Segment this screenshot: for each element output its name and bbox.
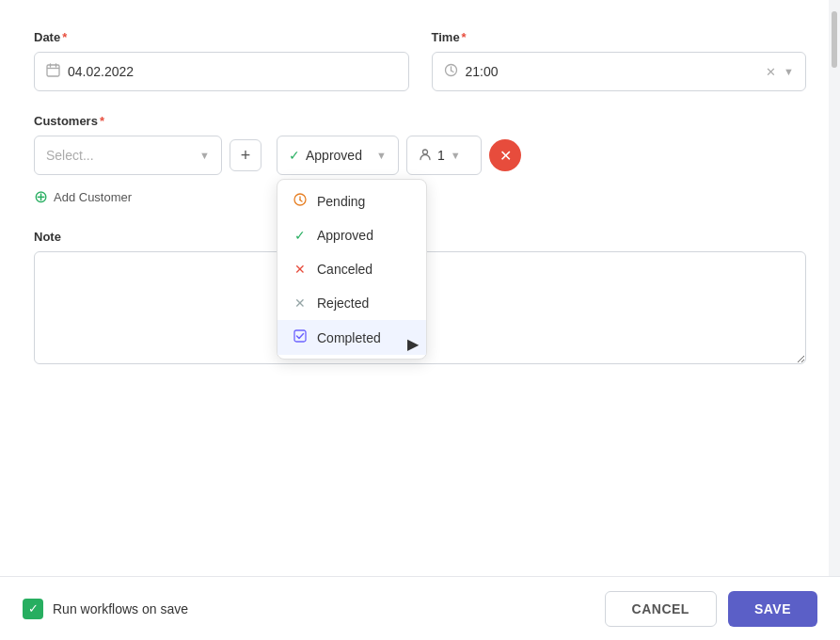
time-arrow-icon[interactable]: ▼ — [784, 66, 794, 77]
customers-required-asterisk: * — [100, 114, 104, 128]
canceled-label: Canceled — [317, 262, 372, 277]
add-customer-link-text: Add Customer — [54, 190, 132, 204]
date-time-row: Date* 04.02.2022 Time* 21:00 ✕ ▼ — [34, 30, 806, 91]
status-option-completed[interactable]: Completed ▶ — [277, 320, 426, 355]
time-label: Time* — [432, 30, 807, 44]
canceled-x-icon: ✕ — [293, 262, 308, 277]
delete-customer-button[interactable]: ✕ — [489, 139, 521, 171]
date-required-asterisk: * — [62, 30, 67, 44]
status-option-approved[interactable]: ✓ Approved — [277, 218, 426, 252]
calendar-icon — [46, 63, 60, 80]
footer-buttons: CANCEL SAVE — [605, 591, 817, 627]
completed-checkbox-icon — [293, 329, 308, 345]
completed-label: Completed — [317, 330, 381, 345]
status-option-canceled[interactable]: ✕ Canceled — [277, 252, 426, 286]
customers-label: Customers* — [34, 114, 806, 128]
svg-line-6 — [451, 71, 453, 72]
scrollbar[interactable] — [829, 0, 840, 576]
date-label-text: Date — [34, 30, 60, 44]
workflow-checkbox[interactable]: ✓ — [23, 599, 43, 619]
cancel-button[interactable]: CANCEL — [605, 591, 717, 627]
footer-bar: ✓ Run workflows on save CANCEL SAVE — [0, 576, 840, 640]
date-label: Date* — [34, 30, 409, 44]
status-option-rejected[interactable]: ✕ Rejected — [277, 286, 426, 320]
cursor-icon: ▶ — [407, 335, 419, 353]
customers-row: Select... ▼ + ✓ Approved ▼ Pendin — [34, 136, 806, 175]
status-button[interactable]: ✓ Approved ▼ — [277, 136, 399, 175]
svg-rect-0 — [47, 65, 59, 76]
time-clear-button[interactable]: ✕ — [766, 65, 776, 79]
add-customer-plus-icon: ⊕ — [34, 186, 48, 207]
time-label-text: Time — [432, 30, 460, 44]
rejected-label: Rejected — [317, 296, 369, 311]
select-arrow-icon: ▼ — [199, 150, 210, 161]
status-selected-text: Approved — [306, 148, 371, 163]
status-option-pending[interactable]: Pending — [277, 184, 426, 218]
time-required-asterisk: * — [462, 30, 467, 44]
status-check-icon: ✓ — [289, 148, 300, 163]
time-field-group: Time* 21:00 ✕ ▼ — [432, 30, 807, 91]
people-arrow-icon: ▼ — [451, 150, 461, 161]
status-dropdown-menu: Pending ✓ Approved ✕ Canceled ✕ Rejected — [277, 179, 427, 360]
pending-icon — [293, 193, 308, 209]
status-dropdown-wrapper: ✓ Approved ▼ Pending ✓ Approved — [277, 136, 399, 175]
date-value: 04.02.2022 — [68, 64, 397, 79]
date-field-group: Date* 04.02.2022 — [34, 30, 409, 91]
rejected-x-icon: ✕ — [293, 296, 308, 311]
save-button[interactable]: SAVE — [728, 591, 817, 627]
customers-section: Customers* Select... ▼ + ✓ Approved ▼ — [34, 114, 806, 207]
clock-icon — [444, 63, 458, 80]
workflow-check-group: ✓ Run workflows on save — [23, 599, 188, 619]
pending-label: Pending — [317, 194, 365, 209]
status-arrow-icon: ▼ — [376, 150, 387, 161]
customers-select[interactable]: Select... ▼ — [34, 136, 222, 175]
time-input[interactable]: 21:00 ✕ ▼ — [432, 52, 807, 91]
svg-line-9 — [300, 200, 302, 202]
scrollbar-thumb — [832, 11, 837, 68]
people-count-selector[interactable]: 1 ▼ — [406, 136, 482, 175]
people-count: 1 — [437, 148, 445, 163]
workflow-label: Run workflows on save — [53, 601, 188, 616]
approved-check-icon: ✓ — [293, 228, 308, 243]
date-input[interactable]: 04.02.2022 — [34, 52, 409, 91]
select-placeholder: Select... — [46, 148, 192, 163]
customers-label-text: Customers — [34, 114, 98, 128]
time-value: 21:00 — [466, 64, 759, 79]
add-customer-circle-button[interactable]: + — [230, 139, 262, 171]
svg-point-11 — [423, 150, 428, 154]
person-icon — [419, 148, 432, 164]
approved-label: Approved — [317, 228, 373, 243]
